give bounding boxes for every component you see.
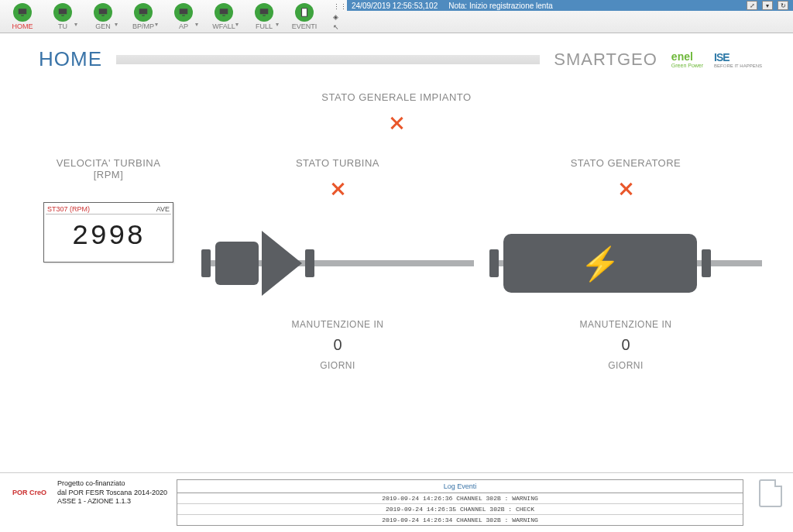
chevron-down-icon[interactable]: ▾ <box>155 21 158 28</box>
tab-label: BP/MP <box>132 22 154 30</box>
ise-logo: ISE BEFORE IT HAPPENS <box>714 51 762 68</box>
chevron-down-icon[interactable]: ▾ <box>195 21 198 28</box>
status-bar: 24/09/2019 12:56:53,102 Nota: Inizio reg… <box>347 0 793 11</box>
turbine-speed-panel: VELOCITA' TURBINA [RPM] ST307 (RPM) AVE … <box>31 157 186 263</box>
page-header: HOME SMARTGEO enel Green Power ISE BEFOR… <box>0 33 793 76</box>
clipboard-icon <box>295 3 314 22</box>
refresh-icon[interactable]: ↻ <box>778 1 788 10</box>
main-content: STATO GENERALE IMPIANTO VELOCITA' TURBIN… <box>0 76 793 379</box>
por-creo-logo: POR CreO <box>11 479 48 506</box>
monitor-icon <box>134 3 153 22</box>
turbine-status-icon <box>201 180 474 201</box>
status-note: Nota: Inizio registrazione lenta <box>448 2 553 10</box>
turbine-maint-unit: GIORNI <box>201 360 474 371</box>
svg-rect-4 <box>99 9 108 14</box>
monitor-icon <box>174 3 193 22</box>
generator-maint-unit: GIORNI <box>489 360 762 371</box>
chevron-down-icon[interactable]: ▾ <box>115 21 118 28</box>
x-icon <box>618 181 633 197</box>
svg-rect-6 <box>139 9 148 14</box>
svg-rect-8 <box>180 9 188 14</box>
plant-status-label: STATO GENERALE IMPIANTO <box>31 91 762 103</box>
status-timestamp: 24/09/2019 12:56:53,102 <box>352 2 438 10</box>
x-icon <box>389 115 404 131</box>
tab-ap[interactable]: AP▾ <box>164 2 203 30</box>
funding-text: Progetto co-finanziato dal POR FESR Tosc… <box>57 479 167 506</box>
svg-rect-3 <box>61 15 64 16</box>
log-title: Log Eventi <box>177 480 743 493</box>
chevron-down-icon[interactable]: ▾ <box>235 21 239 28</box>
tab-home[interactable]: HOME <box>3 2 42 30</box>
generator-maint-days: 0 <box>489 336 762 354</box>
tab-full[interactable]: FULL▾ <box>245 2 283 30</box>
generator-status-icon <box>489 180 762 201</box>
cursor-icon[interactable]: ↖ <box>333 23 342 33</box>
page-title: HOME <box>39 47 102 71</box>
generator-diagram: ⚡ <box>489 220 762 305</box>
tab-label: FULL <box>256 22 273 30</box>
generator-state-label: STATO GENERATORE <box>489 157 762 169</box>
speed-label: VELOCITA' TURBINA <box>31 157 186 169</box>
bolt-icon: ⚡ <box>580 245 620 283</box>
tab-gen[interactable]: GEN▾ <box>84 2 122 30</box>
enel-logo: enel Green Power <box>671 50 703 68</box>
svg-rect-5 <box>101 15 105 16</box>
monitor-icon <box>53 3 72 22</box>
generator-maint-label: MANUTENZIONE IN <box>489 319 762 330</box>
svg-rect-13 <box>263 15 266 16</box>
gauge-value: 2998 <box>46 215 171 260</box>
rpm-gauge: ST307 (RPM) AVE 2998 <box>43 202 173 263</box>
gauge-channel: ST307 (RPM) <box>47 205 90 213</box>
svg-rect-2 <box>59 9 67 14</box>
sd-card-icon[interactable] <box>759 479 782 507</box>
monitor-icon <box>13 3 32 22</box>
toolbar-extras: ⋮⋮ ◈ ↖ <box>333 0 342 33</box>
svg-rect-0 <box>19 9 27 14</box>
tab-label: HOME <box>12 22 33 30</box>
tab-label: WFALL <box>212 22 235 30</box>
svg-rect-14 <box>302 9 307 17</box>
generator-column: STATO GENERATORE ⚡ MANUTENZIONE IN 0 GIO… <box>489 157 762 371</box>
svg-rect-11 <box>222 15 225 16</box>
tab-label: EVENTI <box>292 22 318 30</box>
tab-tu[interactable]: TU▾ <box>43 2 82 30</box>
chevron-down-icon[interactable]: ▾ <box>276 21 279 28</box>
expand-icon[interactable]: ⤢ <box>747 1 757 10</box>
log-row: 2019-09-24 14:26:35 CHANNEL 302B : CHECK <box>177 504 743 515</box>
target-icon[interactable]: ◈ <box>333 13 342 22</box>
x-icon <box>330 181 345 197</box>
chevron-down-icon[interactable]: ▾ <box>762 1 773 10</box>
tab-wfall[interactable]: WFALL▾ <box>204 2 243 30</box>
gauge-mode: AVE <box>156 205 170 213</box>
tab-label: TU <box>58 22 67 30</box>
log-row: 2019-09-24 14:26:34 CHANNEL 302B : WARNI… <box>177 515 743 525</box>
log-row: 2019-09-24 14:26:36 CHANNEL 302B : WARNI… <box>177 493 743 504</box>
tab-eventi[interactable]: EVENTI <box>285 2 324 30</box>
svg-rect-7 <box>142 15 145 16</box>
grip-icon[interactable]: ⋮⋮ <box>333 3 342 12</box>
footer: POR CreO Progetto co-finanziato dal POR … <box>0 472 793 532</box>
brand-name: SMARTGEO <box>554 50 657 70</box>
log-panel: Log Eventi 2019-09-24 14:26:36 CHANNEL 3… <box>177 479 743 526</box>
turbine-state-label: STATO TURBINA <box>201 157 474 169</box>
tab-label: GEN <box>95 22 111 30</box>
logo-group: enel Green Power ISE BEFORE IT HAPPENS <box>671 50 762 68</box>
svg-rect-1 <box>21 15 24 16</box>
turbine-maint-label: MANUTENZIONE IN <box>201 319 474 330</box>
svg-rect-9 <box>182 15 185 16</box>
tab-label: AP <box>179 22 188 30</box>
top-toolbar: HOME TU▾ GEN▾ BP/MP▾ AP▾ WFALL▾ FULL▾ E <box>0 0 793 33</box>
turbine-maint-days: 0 <box>201 336 474 354</box>
plant-status-icon <box>31 114 762 136</box>
header-band <box>116 55 540 64</box>
monitor-icon <box>94 3 112 22</box>
svg-rect-10 <box>220 9 228 14</box>
speed-unit: [RPM] <box>31 169 186 180</box>
monitor-icon <box>215 3 233 22</box>
monitor-icon <box>255 3 273 22</box>
tab-bpmp[interactable]: BP/MP▾ <box>124 2 163 30</box>
turbine-diagram <box>201 220 474 305</box>
chevron-down-icon[interactable]: ▾ <box>74 21 77 28</box>
turbine-column: STATO TURBINA MANUTENZIONE IN 0 GIORNI <box>201 157 474 371</box>
svg-rect-12 <box>260 9 269 14</box>
